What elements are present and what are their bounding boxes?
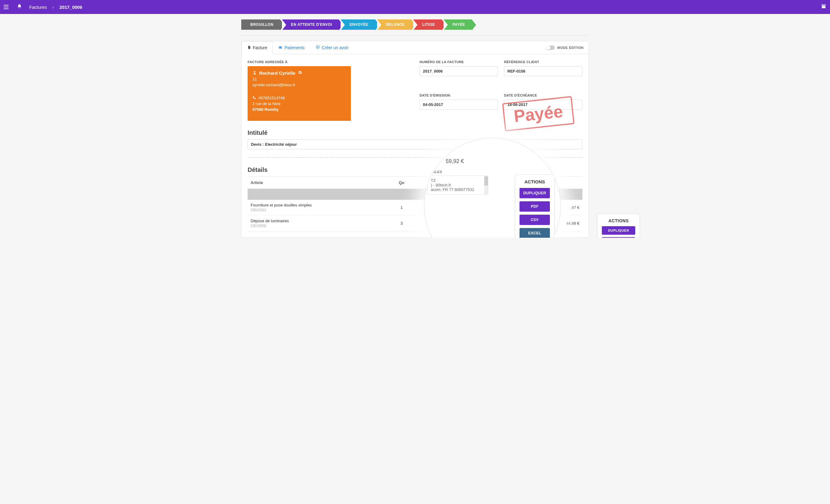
- row-qte: 1: [385, 205, 418, 210]
- lens-actions-title: ACTIONS: [519, 179, 550, 184]
- client-card[interactable]: Rochard Cyrielle 11 cyrielle.rochard@bbo…: [248, 66, 351, 121]
- tabs: Facture Paiements Créer un avoir MODE ÉD…: [242, 41, 588, 54]
- row-sku: CBV3000: [251, 224, 385, 228]
- bell-icon[interactable]: [17, 4, 22, 10]
- client-street: 2 rue de la Nied: [252, 101, 346, 106]
- pdf-button[interactable]: PDF: [602, 237, 635, 238]
- workflow-steps: BROUILLON EN ATTENTE D'ENVOI ENVOYÉE REL…: [241, 20, 589, 30]
- gear-icon[interactable]: [298, 70, 302, 76]
- row-name: Dépose de luminaires: [251, 219, 385, 223]
- intitule-input[interactable]: Devis : Electricité séjour: [248, 139, 582, 149]
- lens-excel-button[interactable]: EXCEL: [519, 228, 550, 238]
- col-article: Article: [251, 180, 385, 185]
- lens-legal-2: ) - 90tech.fr: [431, 183, 485, 187]
- step-brouillon[interactable]: BROUILLON: [241, 20, 280, 30]
- client-section-label: FACTURE ADRESSÉE À: [248, 60, 410, 64]
- side-actions-title: ACTIONS: [602, 218, 635, 223]
- mode-edition: MODE ÉDITION: [546, 45, 588, 50]
- numero-input[interactable]: 2017_0006: [420, 66, 498, 76]
- svg-point-3: [254, 71, 256, 73]
- svg-rect-1: [279, 47, 282, 47]
- tab-avoir[interactable]: Créer un avoir: [310, 41, 354, 54]
- tab-avoir-label: Créer un avoir: [322, 45, 349, 50]
- lens-actions-panel: ACTIONS DUPLIQUER PDF CSV EXCEL ENVOYER …: [515, 175, 554, 238]
- client-name: Rochard Cyrielle: [259, 70, 295, 76]
- step-relance[interactable]: RELANCE: [377, 20, 412, 30]
- phone-icon: [252, 96, 256, 100]
- tab-paiements-label: Paiements: [284, 45, 305, 50]
- step-attente[interactable]: EN ATTENTE D'ENVOI: [282, 20, 339, 30]
- mode-edition-label: MODE ÉDITION: [557, 46, 584, 49]
- lens-legal-1: TZ: [431, 178, 485, 183]
- lens-legal-label: ÉGALES: [427, 170, 561, 174]
- tab-facture[interactable]: Facture: [242, 41, 273, 54]
- step-envoyee[interactable]: ENVOYÉE: [341, 20, 375, 30]
- card-icon: [278, 45, 283, 50]
- emission-label: DATE D'ÉMISSION: [420, 94, 498, 97]
- lens-pdf-button[interactable]: PDF: [519, 201, 550, 212]
- plus-circle-icon: [316, 45, 320, 50]
- client-line2: 11: [252, 77, 346, 81]
- archive-icon[interactable]: [821, 4, 826, 10]
- menu-icon[interactable]: [4, 3, 11, 11]
- person-icon: [252, 70, 257, 76]
- client-phone: 067851514748: [259, 96, 285, 100]
- lens-dupliquer-button[interactable]: DUPLIQUER: [519, 188, 550, 198]
- lens-csv-button[interactable]: CSV: [519, 215, 550, 225]
- emission-input[interactable]: 04-05-2017: [420, 100, 498, 110]
- row-name: Fourniture et pose douilles simples: [251, 203, 385, 207]
- client-email: cyrielle.rochard@bbox.fr: [252, 82, 346, 87]
- intitule-title: Intitulé: [248, 129, 582, 136]
- step-litige[interactable]: LITIGE: [413, 20, 442, 30]
- side-actions-panel: ACTIONS DUPLIQUER PDF CSV EXCEL: [597, 214, 640, 238]
- ref-input[interactable]: REF-0156: [504, 66, 582, 76]
- tab-paiements[interactable]: Paiements: [273, 42, 310, 54]
- echeance-label: DATE D'ÉCHÉANCE: [504, 94, 582, 97]
- tab-facture-label: Facture: [253, 45, 267, 50]
- row-sku: CBV2301: [251, 208, 385, 212]
- breadcrumb-root[interactable]: Factures: [29, 5, 47, 10]
- chevron-right-icon: ›: [53, 5, 54, 10]
- numero-label: NUMÉRO DE LA FACTURE: [420, 60, 498, 64]
- ref-label: RÉFÉRENCE CLIENT: [504, 60, 582, 64]
- dupliquer-button[interactable]: DUPLIQUER: [602, 226, 635, 235]
- row-qte: 3: [385, 221, 418, 226]
- cursor-icon: ↖: [524, 237, 528, 238]
- echeance-input[interactable]: 18-06-2017: [504, 100, 582, 110]
- col-qte: Qu: [385, 180, 418, 185]
- client-city: 57580 Remilly: [252, 107, 346, 112]
- scrollbar[interactable]: [484, 176, 488, 194]
- breadcrumb: Factures › 2017_0006: [29, 5, 82, 10]
- mode-edition-toggle[interactable]: [546, 45, 555, 50]
- divider: [241, 35, 589, 36]
- breadcrumb-current: 2017_0006: [60, 5, 82, 10]
- lens-legal-3: acom. FR 77 808977532: [431, 187, 485, 192]
- step-payee[interactable]: PAYÉE: [444, 20, 472, 30]
- lens-legal-box[interactable]: TZ ) - 90tech.fr acom. FR 77 808977532: [427, 175, 488, 195]
- file-icon: [247, 45, 251, 50]
- topbar: Factures › 2017_0006: [0, 0, 830, 14]
